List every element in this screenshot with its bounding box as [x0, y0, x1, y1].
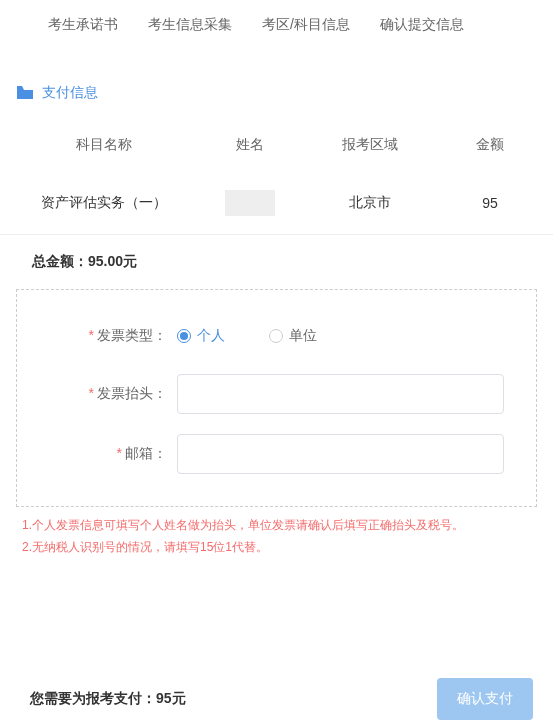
table-row: 资产评估实务（一） 北京市 95	[0, 172, 553, 235]
confirm-pay-button[interactable]: 确认支付	[437, 678, 533, 720]
th-region: 报考区域	[300, 136, 440, 154]
tab-confirm-submit[interactable]: 确认提交信息	[380, 16, 464, 34]
row-invoice-title: *发票抬头：	[17, 364, 536, 424]
section-header: 支付信息	[0, 54, 553, 114]
payment-table: 科目名称 姓名 报考区域 金额 资产评估实务（一） 北京市 95	[0, 114, 553, 235]
invoice-form: *发票类型： 个人 单位 *发票抬头： *邮箱：	[16, 289, 537, 507]
td-amount: 95	[440, 195, 540, 211]
th-amount: 金额	[440, 136, 540, 154]
radio-icon	[177, 329, 191, 343]
footer: 您需要为报考支付：95元 确认支付	[0, 568, 553, 725]
label-email: *邮箱：	[17, 445, 177, 463]
nav-tabs: 考生承诺书 考生信息采集 考区/科目信息 确认提交信息	[0, 0, 553, 54]
note-line-1: 1.个人发票信息可填写个人姓名做为抬头，单位发票请确认后填写正确抬头及税号。	[22, 515, 531, 537]
radio-icon	[269, 329, 283, 343]
tab-commitment[interactable]: 考生承诺书	[48, 16, 118, 34]
table-header: 科目名称 姓名 报考区域 金额	[0, 114, 553, 172]
folder-icon	[16, 86, 34, 100]
label-invoice-type: *发票类型：	[17, 327, 177, 345]
section-title: 支付信息	[42, 84, 98, 102]
td-name	[200, 190, 300, 216]
radio-personal[interactable]: 个人	[177, 327, 225, 345]
invoice-title-input[interactable]	[177, 374, 504, 414]
note-line-2: 2.无纳税人识别号的情况，请填写15位1代替。	[22, 537, 531, 559]
radio-company-label: 单位	[289, 327, 317, 345]
th-name: 姓名	[200, 136, 300, 154]
email-input[interactable]	[177, 434, 504, 474]
td-subject: 资产评估实务（一）	[0, 194, 200, 212]
total-amount: 总金额：95.00元	[0, 235, 553, 289]
row-invoice-type: *发票类型： 个人 单位	[17, 308, 536, 364]
radio-company[interactable]: 单位	[269, 327, 317, 345]
row-email: *邮箱：	[17, 424, 536, 484]
notes: 1.个人发票信息可填写个人姓名做为抬头，单位发票请确认后填写正确抬头及税号。 2…	[0, 507, 553, 568]
radio-personal-label: 个人	[197, 327, 225, 345]
label-invoice-title: *发票抬头：	[17, 385, 177, 403]
pay-amount-text: 您需要为报考支付：95元	[30, 690, 186, 708]
td-region: 北京市	[300, 194, 440, 212]
tab-info-collect[interactable]: 考生信息采集	[148, 16, 232, 34]
th-subject: 科目名称	[0, 136, 200, 154]
tab-exam-subject[interactable]: 考区/科目信息	[262, 16, 350, 34]
